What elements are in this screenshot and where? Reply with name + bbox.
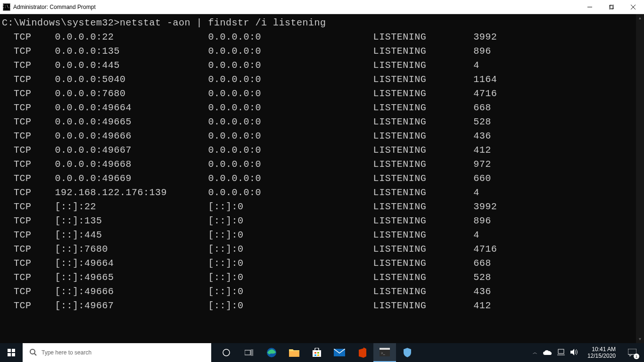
netstat-row: TCP 0.0.0.0:7680 0.0.0.0:0 LISTENING 471… [2, 87, 636, 101]
vertical-scrollbar[interactable]: ▲ ▼ [636, 14, 644, 343]
edge-app[interactable] [260, 343, 283, 362]
start-button[interactable] [0, 343, 23, 362]
clock-date: 12/15/2020 [587, 353, 616, 359]
mail-icon [334, 349, 345, 356]
clock-time: 10:41 AM [592, 346, 616, 353]
explorer-app[interactable] [283, 343, 305, 362]
netstat-row: TCP 0.0.0.0:49668 0.0.0.0:0 LISTENING 97… [2, 157, 636, 172]
tray-icons: ︿ [529, 349, 582, 357]
misc-app[interactable] [396, 343, 419, 362]
netstat-row: TCP [::]:49667 [::]:0 LISTENING 412 [2, 299, 636, 313]
netstat-row: TCP 0.0.0.0:135 0.0.0.0:0 LISTENING 896 [2, 44, 636, 58]
store-icon [312, 348, 322, 357]
network-icon[interactable] [557, 349, 565, 357]
netstat-row: TCP [::]:49664 [::]:0 LISTENING 668 [2, 256, 636, 271]
tray-overflow-icon[interactable]: ︿ [533, 349, 537, 356]
svg-line-10 [34, 354, 36, 355]
svg-rect-8 [12, 353, 15, 356]
netstat-row: TCP 0.0.0.0:49667 0.0.0.0:0 LISTENING 41… [2, 143, 636, 157]
netstat-row: TCP [::]:49665 [::]:0 LISTENING 528 [2, 271, 636, 285]
svg-rect-7 [8, 353, 11, 356]
svg-rect-26 [558, 349, 564, 354]
action-center-button[interactable]: 1 [621, 343, 643, 362]
svg-rect-17 [313, 350, 321, 357]
volume-icon[interactable] [570, 349, 578, 357]
office-app[interactable] [351, 343, 373, 362]
svg-rect-20 [314, 354, 316, 356]
netstat-row: TCP [::]:7680 [::]:0 LISTENING 4716 [2, 242, 636, 256]
edge-icon [266, 347, 277, 358]
svg-rect-19 [317, 352, 319, 354]
netstat-row: TCP 0.0.0.0:49669 0.0.0.0:0 LISTENING 66… [2, 172, 636, 186]
svg-text:>_: >_ [381, 351, 386, 355]
svg-rect-12 [245, 350, 250, 355]
netstat-row: TCP 0.0.0.0:49664 0.0.0.0:0 LISTENING 66… [2, 101, 636, 115]
system-tray: ︿ 10:41 AM 12/15/2020 1 [529, 343, 644, 362]
cmd-window: C:\. Administrator: Command Prompt C:\Wi… [0, 0, 644, 362]
svg-point-9 [30, 349, 35, 354]
scroll-down-arrow[interactable]: ▼ [636, 335, 644, 343]
office-icon [358, 347, 366, 358]
svg-rect-6 [12, 349, 15, 352]
minimize-button[interactable] [579, 0, 601, 14]
windows-icon [8, 349, 15, 356]
svg-rect-21 [317, 354, 319, 356]
netstat-row: TCP 192.168.122.176:139 0.0.0.0:0 LISTEN… [2, 186, 636, 200]
svg-point-11 [223, 349, 230, 356]
cortana-button[interactable] [215, 343, 238, 362]
cmd-taskbar-icon: >_ [380, 348, 390, 356]
clock[interactable]: 10:41 AM 12/15/2020 [584, 346, 619, 359]
store-app[interactable] [305, 343, 328, 362]
window-title: Administrator: Command Prompt [13, 4, 96, 10]
terminal-area[interactable]: C:\Windows\system32>netstat -aon | finds… [0, 14, 644, 343]
netstat-row: TCP [::]:135 [::]:0 LISTENING 896 [2, 214, 636, 228]
svg-rect-1 [609, 6, 613, 9]
cmd-taskbar-app[interactable]: >_ [373, 343, 396, 362]
terminal-output[interactable]: C:\Windows\system32>netstat -aon | finds… [0, 14, 636, 343]
task-view-icon [245, 349, 253, 356]
cmd-icon: C:\. [3, 3, 10, 11]
prompt-line: C:\Windows\system32>netstat -aon | finds… [2, 16, 636, 30]
shield-icon [403, 348, 412, 357]
maximize-button[interactable] [601, 0, 622, 14]
netstat-row: TCP 0.0.0.0:22 0.0.0.0:0 LISTENING 3992 [2, 30, 636, 44]
titlebar-left: C:\. Administrator: Command Prompt [0, 3, 96, 11]
folder-icon [289, 348, 299, 357]
netstat-row: TCP 0.0.0.0:49666 0.0.0.0:0 LISTENING 43… [2, 129, 636, 143]
search-icon [29, 348, 37, 357]
svg-marker-28 [570, 349, 574, 355]
netstat-row: TCP [::]:445 [::]:0 LISTENING 4 [2, 228, 636, 242]
cortana-icon [222, 348, 231, 357]
svg-rect-24 [380, 348, 390, 350]
mail-app[interactable] [328, 343, 351, 362]
task-view-button[interactable] [238, 343, 260, 362]
search-placeholder: Type here to search [41, 349, 91, 356]
netstat-row: TCP [::]:49666 [::]:0 LISTENING 436 [2, 285, 636, 299]
netstat-row: TCP 0.0.0.0:5040 0.0.0.0:0 LISTENING 116… [2, 73, 636, 87]
netstat-row: TCP 0.0.0.0:49665 0.0.0.0:0 LISTENING 52… [2, 115, 636, 129]
taskbar-apps: >_ [215, 343, 419, 362]
scroll-up-arrow[interactable]: ▲ [636, 14, 644, 22]
window-controls [579, 0, 644, 14]
titlebar[interactable]: C:\. Administrator: Command Prompt [0, 0, 644, 14]
notification-badge: 1 [634, 354, 639, 359]
svg-rect-16 [289, 351, 299, 357]
taskbar: Type here to search [0, 343, 644, 362]
svg-rect-2 [610, 5, 614, 8]
svg-rect-18 [314, 352, 316, 354]
onedrive-icon[interactable] [543, 349, 552, 356]
netstat-row: TCP 0.0.0.0:445 0.0.0.0:0 LISTENING 4 [2, 58, 636, 73]
search-box[interactable]: Type here to search [23, 343, 211, 362]
close-button[interactable] [622, 0, 644, 14]
svg-rect-5 [8, 349, 11, 352]
netstat-row: TCP [::]:22 [::]:0 LISTENING 3992 [2, 200, 636, 214]
